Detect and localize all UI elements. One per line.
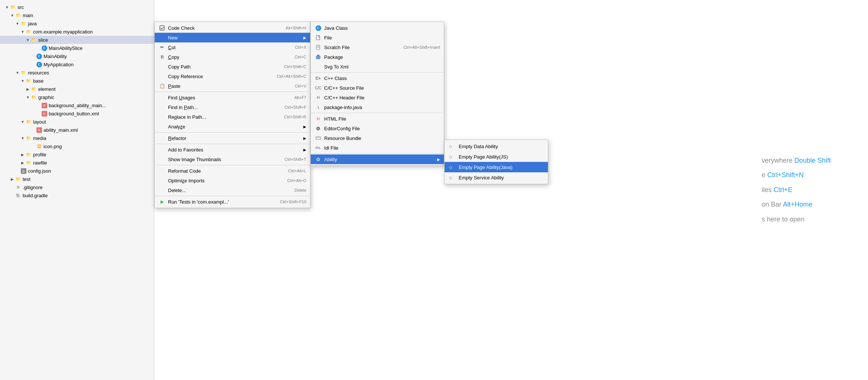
tree-item-profile[interactable]: ▶ 📁 profile [0, 150, 154, 159]
paste-icon: 📋 [158, 83, 166, 89]
ability-label-empty-page-js: Empty Page Ability(JS) [459, 154, 508, 160]
ability-label-empty-service: Empty Service Ability [459, 175, 504, 181]
submenu-ability[interactable]: ⚙ Ability ▶ [311, 154, 444, 164]
submenu-package-info[interactable]: ℹ package-info.java [311, 102, 444, 112]
folder-icon-layout: 📁 [25, 119, 32, 125]
submenu-package[interactable]: Package [311, 52, 444, 62]
tree-item-com[interactable]: ▼ 📁 com.example.myapplication [0, 28, 154, 36]
menu-run-tests[interactable]: ▶ Run 'Tests in 'com.exampl...' Ctrl+Shi… [155, 197, 310, 207]
ability-empty-data[interactable]: ◇ Empty Data Ability [445, 141, 548, 151]
menu-delete[interactable]: Delete... Delete [155, 185, 310, 195]
tree-item-bg-button[interactable]: X background_button.xml [0, 109, 154, 118]
arrow-profile: ▶ [20, 153, 25, 157]
menu-copy-ref[interactable]: Copy Reference Ctrl+Alt+Shift+C [155, 71, 310, 81]
java-icon-myapp: C [36, 61, 42, 67]
menu-analyze[interactable]: Analyze ▶ [155, 122, 310, 131]
editor-welcome: verywhere Double Shift e Ctrl+Shift+N il… [762, 153, 831, 227]
menu-reformat[interactable]: Reformat Code Ctrl+Alt+L [155, 166, 310, 176]
menu-refactor[interactable]: Refactor ▶ [155, 133, 310, 143]
submenu-java-class[interactable]: C Java Class [311, 23, 444, 33]
context-menu: Code Check Alt+Shift+H New ▶ ✂ Cut Ctrl+… [154, 22, 310, 208]
tree-item-bg-ability[interactable]: X background_ability_main... [0, 101, 154, 109]
submenu-editorconfig[interactable]: ⚙ EditorConfig File [311, 124, 444, 133]
submenu-label-java-class: Java Class [324, 25, 440, 31]
submenu-cpp-class[interactable]: C+ C++ Class [311, 73, 444, 83]
submenu-idl[interactable]: IDL Idl File [311, 143, 444, 153]
xml-icon-bgbutton: X [41, 111, 48, 116]
new-arrow: ▶ [303, 36, 306, 40]
menu-copy[interactable]: ⎘ Copy Ctrl+C [155, 52, 310, 62]
arrow-slice: ▼ [25, 38, 30, 42]
tree-label-main: main [23, 13, 33, 18]
submenu-label-cpp-source: C/C++ Source File [324, 85, 440, 91]
arrow-src: ▼ [4, 5, 10, 9]
sub-sep2 [311, 113, 444, 113]
tree-item-resources[interactable]: ▼ 📁 resources [0, 68, 154, 77]
tree-item-ability-main[interactable]: X ability_main.xml [0, 126, 154, 134]
tree-item-icon-png[interactable]: 🖼 icon.png [0, 142, 154, 150]
submenu-resource-bundle[interactable]: Resource Bundle [311, 133, 444, 143]
tree-item-rawfile[interactable]: ▶ 📁 rawfile [0, 159, 154, 167]
menu-code-check[interactable]: Code Check Alt+Shift+H [155, 23, 310, 33]
folder-icon-java: 📁 [20, 20, 27, 26]
menu-find-usages[interactable]: Find Usages Alt+F7 [155, 93, 310, 102]
menu-copy-path[interactable]: Copy Path Ctrl+Shift+C [155, 62, 310, 71]
file-tree: ▼ 📁 src ▼ 📁 main ▼ 📁 java ▼ 📁 com.exampl… [0, 0, 154, 380]
tree-label-ability-main: ability_main.xml [43, 127, 78, 133]
tree-label-icon-png: icon.png [43, 144, 62, 149]
tree-item-main[interactable]: ▼ 📁 main [0, 11, 154, 19]
submenu-label-file: File [324, 35, 440, 41]
tree-item-slice[interactable]: ▼ 📁 slice [0, 36, 154, 44]
menu-cut[interactable]: ✂ Cut Ctrl+X [155, 42, 310, 52]
ability-empty-page-java[interactable]: ◇ Empty Page Ability(Java) [445, 162, 548, 172]
arrow-rawfile: ▶ [20, 161, 25, 165]
welcome-line1: verywhere Double Shift [762, 153, 831, 168]
folder-icon-profile: 📁 [25, 151, 32, 157]
tree-item-build-gradle[interactable]: 🐘 build.gradle [0, 191, 154, 199]
submenu-file[interactable]: File [311, 33, 444, 42]
menu-label-replace-path: Replace in Path... [168, 114, 277, 120]
submenu-html[interactable]: H HTML File [311, 114, 444, 124]
menu-add-favorites[interactable]: Add to Favorites ▶ [155, 145, 310, 154]
arrow-com: ▼ [20, 30, 25, 34]
menu-replace-path[interactable]: Replace in Path... Ctrl+Shift+R [155, 112, 310, 122]
arrow-test: ▶ [10, 177, 15, 181]
submenu-label-idl: Idl File [324, 145, 440, 151]
tree-label-build: build.gradle [23, 193, 48, 198]
tree-item-media[interactable]: ▼ 📁 media [0, 134, 154, 142]
tree-item-my-app[interactable]: C MyApplication [0, 60, 154, 68]
submenu-cpp-header[interactable]: H C/C++ Header File [311, 93, 444, 102]
submenu-svg-xml[interactable]: Svg To Xml [311, 62, 444, 71]
ability-empty-service[interactable]: ◇ Empty Service Ability [445, 172, 548, 183]
analyze-arrow: ▶ [303, 125, 306, 129]
menu-thumbnails[interactable]: Show Image Thumbnails Ctrl+Shift+T [155, 154, 310, 164]
shortcut-cut: Ctrl+X [295, 45, 306, 50]
java-icon-ma: C [36, 53, 42, 59]
tree-item-element[interactable]: ▶ 📁 element [0, 85, 154, 93]
submenu-scratch-file[interactable]: Scratch File Ctrl+Alt+Shift+Insert [311, 42, 444, 52]
menu-new[interactable]: New ▶ [155, 33, 310, 42]
package-icon [314, 54, 322, 60]
ability-label-empty-page-java: Empty Page Ability(Java) [459, 165, 513, 170]
tree-item-main-ability-slice[interactable]: C MainAbilitySlice [0, 44, 154, 52]
tree-item-src[interactable]: ▼ 📁 src [0, 3, 154, 11]
menu-optimize[interactable]: Optimize Imports Ctrl+Alt+O [155, 176, 310, 185]
tree-item-base[interactable]: ▼ 📁 base [0, 77, 154, 85]
tree-item-graphic[interactable]: ▼ 📁 graphic [0, 93, 154, 101]
ability-empty-page-js[interactable]: ◇ Empty Page Ability(JS) [445, 151, 548, 162]
tree-item-java[interactable]: ▼ 📁 java [0, 19, 154, 28]
code-check-icon [158, 25, 166, 31]
tree-item-test[interactable]: ▶ 📁 test [0, 175, 154, 183]
menu-label-add-favorites: Add to Favorites [168, 147, 303, 153]
sep1 [155, 92, 310, 92]
submenu-cpp-source[interactable]: C/C C/C++ Source File [311, 83, 444, 93]
tree-item-main-ability[interactable]: C MainAbility [0, 52, 154, 60]
tree-item-layout[interactable]: ▼ 📁 layout [0, 118, 154, 126]
shortcut-code-check: Alt+Shift+H [285, 26, 306, 30]
xml-icon-bgability: X [41, 102, 48, 108]
menu-paste[interactable]: 📋 Paste Ctrl+V [155, 81, 310, 91]
file-icon [314, 35, 322, 40]
menu-find-path[interactable]: Find in Path... Ctrl+Shift+F [155, 102, 310, 112]
tree-item-config[interactable]: {} config.json [0, 167, 154, 175]
tree-item-gitignore[interactable]: ⚙ .gitignore [0, 183, 154, 191]
